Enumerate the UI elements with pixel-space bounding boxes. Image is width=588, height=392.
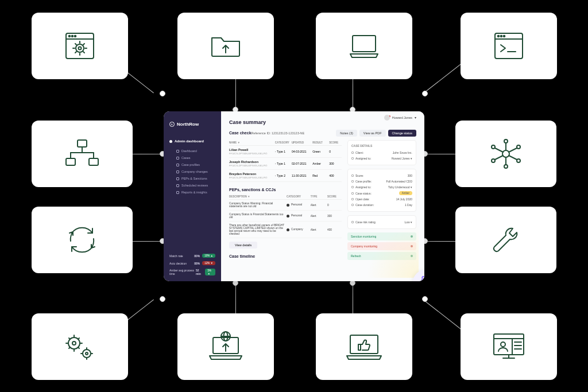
table-row[interactable]: There are other beneficial owners of BRI…	[229, 222, 342, 238]
svg-rect-24	[66, 158, 75, 165]
video-call-monitor-icon	[488, 328, 529, 365]
timeline-heading: Case timeline	[229, 254, 342, 258]
svg-rect-65	[358, 344, 361, 350]
svg-line-52	[78, 338, 79, 339]
sidebar-item[interactable]: Cases	[169, 154, 215, 161]
svg-point-6	[79, 47, 82, 50]
monitoring-row[interactable]: Refresh	[347, 252, 416, 260]
monitoring-row[interactable]: Company monitoring	[347, 242, 416, 250]
sidebar-item[interactable]: Case profiles	[169, 161, 215, 168]
laptop-thumbs-up-icon	[343, 328, 385, 365]
table-row[interactable]: Joseph RichardsonFF14CG-DPT66N-WPGSG-XI8…	[229, 158, 342, 170]
svg-point-44	[72, 341, 76, 345]
svg-point-53	[83, 350, 91, 358]
sidebar-item[interactable]: Scheduled reviews	[169, 182, 215, 189]
wrench-icon	[488, 222, 524, 258]
svg-line-12	[83, 52, 84, 53]
connector-dot	[422, 91, 428, 96]
svg-line-36	[509, 148, 517, 152]
view-pdf-button[interactable]: View as PDF	[359, 130, 386, 137]
table-row[interactable]: Lilian PowellFF14CG-DPT66N-WPGSG-XI81-PI…	[229, 146, 342, 158]
svg-point-2	[69, 36, 71, 37]
sidebar-item[interactable]: Dashboard	[169, 148, 215, 154]
svg-rect-16	[353, 36, 376, 52]
laptop-icon	[346, 28, 382, 64]
peps-heading: PEPs, sanctions & CCJs	[229, 188, 342, 192]
nav-item-icon	[176, 191, 179, 194]
card-laptop	[316, 13, 412, 79]
card-refresh-cycle	[32, 207, 133, 273]
folder-upload-icon	[207, 28, 244, 64]
svg-line-11	[75, 44, 76, 45]
terminal-window-icon	[490, 28, 527, 64]
brand-logo-icon	[169, 122, 175, 127]
svg-line-38	[509, 156, 517, 160]
stat-row: Match rate80%10% ▲	[169, 254, 215, 258]
laptop-upload-globe-icon	[205, 328, 246, 365]
svg-point-54	[86, 352, 88, 355]
case-check-heading: Case check	[229, 131, 252, 135]
user-menu[interactable]: Howard Jones ▾	[384, 115, 416, 121]
connector-dot	[422, 296, 428, 302]
nav-item-label: Dashboard	[181, 149, 197, 153]
case-risk-panel: Case risk ratingLow ▾	[347, 215, 416, 229]
connector	[133, 154, 164, 154]
main-panel: Howard Jones ▾ Case summary Case check R…	[221, 111, 424, 281]
nav-item-label: Reports & insights	[181, 191, 207, 194]
sidebar: NorthRow Admin dashboard DashboardCasesC…	[164, 111, 221, 281]
table-row[interactable]: Company Status Warning: Financial statem…	[229, 200, 342, 211]
svg-rect-64	[350, 335, 378, 354]
nav-item-icon	[176, 164, 179, 166]
settings-window-icon	[61, 28, 98, 64]
nav-header-dot-icon	[169, 140, 172, 143]
svg-line-51	[69, 347, 70, 348]
connector	[353, 281, 353, 313]
svg-line-49	[69, 338, 70, 339]
svg-point-69	[501, 342, 505, 347]
brand: NorthRow	[169, 122, 215, 127]
case-table-header: NAME ▼ CATEGORY UPDATED RESULT SCORE	[229, 140, 342, 146]
card-laptop-upload-globe	[177, 313, 274, 380]
nav-item-label: Scheduled reviews	[181, 184, 208, 187]
card-terminal-window	[461, 13, 557, 79]
flowchart-icon	[61, 135, 103, 172]
chevron-down-icon: ▾	[415, 116, 416, 119]
case-details-heading: CASE DETAILS	[351, 144, 412, 148]
sidebar-item[interactable]: Company changes	[169, 168, 215, 175]
svg-point-3	[72, 36, 74, 37]
svg-rect-25	[89, 158, 98, 165]
toggle-icon	[411, 245, 413, 247]
svg-line-14	[83, 44, 84, 45]
nav-item-icon	[176, 157, 179, 160]
card-settings-window	[32, 13, 128, 79]
toggle-icon	[411, 235, 413, 238]
card-laptop-thumbs-up	[316, 313, 412, 380]
monitoring-row[interactable]: Sanction monitoring	[347, 232, 416, 240]
nav-header-label: Admin dashboard	[175, 139, 204, 143]
nav-item-icon	[176, 184, 179, 187]
connector	[235, 281, 236, 313]
brand-name: NorthRow	[177, 122, 199, 127]
table-row[interactable]: Brayden PetersonFF14CG-DPT66N-WPGSG-XI81…	[229, 170, 342, 182]
toggle-icon	[411, 255, 413, 257]
nav-item-icon	[176, 170, 179, 173]
svg-point-5	[76, 44, 84, 52]
nav-item-icon	[176, 150, 179, 153]
change-status-button[interactable]: Change status	[388, 130, 416, 137]
sidebar-item[interactable]: Reports & insights	[169, 189, 215, 196]
connector	[424, 241, 455, 242]
case-metrics-panel: Score:300 Case profile:Full Automated CD…	[347, 169, 416, 212]
peps-table-header: DESCRIPTION ▼ CATEGORY TYPE SCORE	[229, 194, 342, 200]
sidebar-item[interactable]: PEPs & Sanctions	[169, 175, 215, 182]
view-details-button[interactable]: View details	[229, 242, 257, 249]
sidebar-stats: Match rate80%10% ▲Auto decision88%12% ▼A…	[169, 254, 215, 275]
svg-line-50	[78, 347, 79, 348]
connector-dot	[160, 296, 165, 302]
svg-line-40	[495, 148, 503, 152]
table-row[interactable]: Company Status is Financial Statements t…	[229, 211, 342, 222]
connector-dot	[160, 91, 165, 96]
connector	[425, 63, 462, 92]
nav-item-label: Cases	[181, 156, 191, 160]
notes-button[interactable]: Notes (3)	[336, 130, 357, 137]
reference-label: Reference ID: 123123123-123123-NE	[252, 131, 305, 135]
